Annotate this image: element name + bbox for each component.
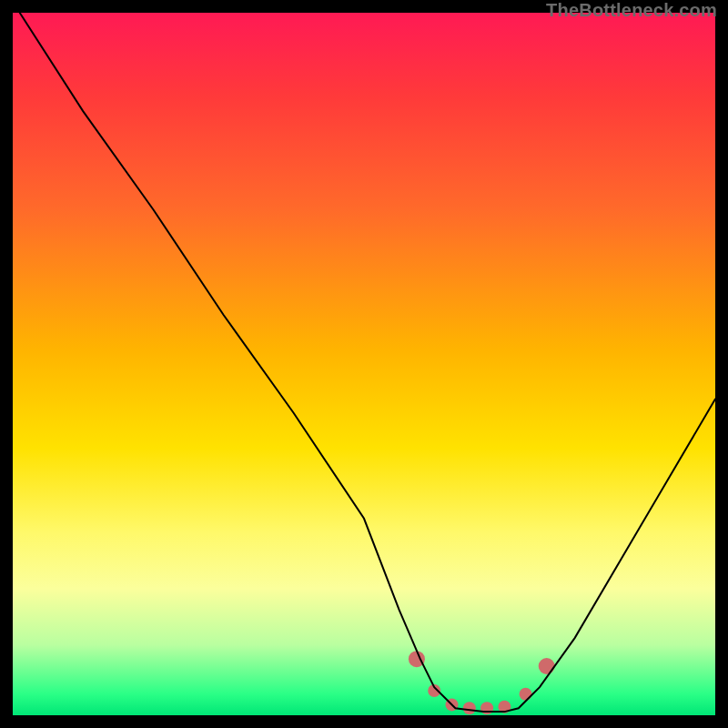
chart-svg-layer xyxy=(13,13,715,715)
highlight-marker xyxy=(428,684,440,697)
highlight-marker xyxy=(463,702,476,714)
highlight-marker xyxy=(539,658,555,674)
highlight-marker xyxy=(480,702,493,714)
chart-stage: TheBottleneck.com xyxy=(0,0,728,728)
bottleneck-curve-path xyxy=(20,13,715,712)
chart-plot-area xyxy=(13,13,715,715)
highlight-marker xyxy=(409,651,425,667)
highlight-markers-group xyxy=(409,651,555,714)
highlight-marker xyxy=(446,698,459,711)
highlight-marker xyxy=(520,688,532,701)
highlight-marker xyxy=(498,701,511,713)
watermark-label: TheBottleneck.com xyxy=(546,0,717,21)
